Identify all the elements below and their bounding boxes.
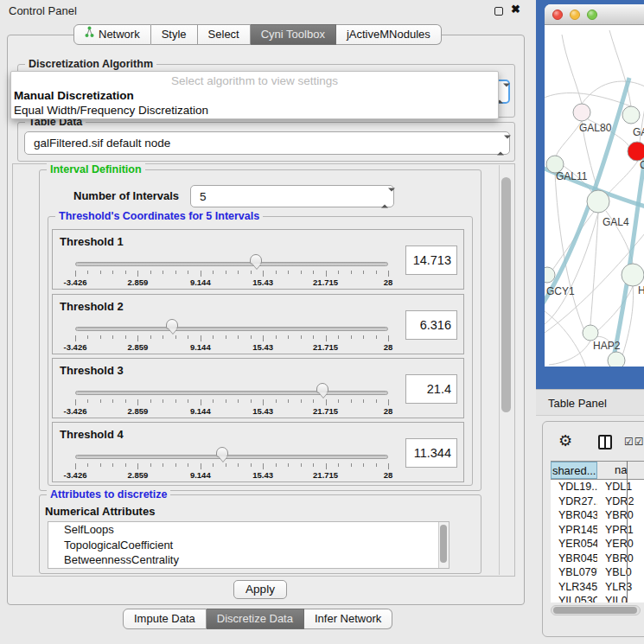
column-header-name[interactable]: na xyxy=(597,462,644,479)
table-cell[interactable]: YDR27... xyxy=(551,494,597,509)
table-row[interactable]: YLR345WYLR3 xyxy=(551,580,644,595)
table-cell[interactable]: YER0 xyxy=(597,537,644,552)
tab-label: Impute Data xyxy=(134,609,195,628)
threshold-value-field[interactable] xyxy=(405,438,457,468)
table-cell[interactable]: YDL1 xyxy=(597,480,644,494)
network-edge[interactable] xyxy=(598,286,633,330)
table-cell[interactable]: YER054C xyxy=(551,537,597,552)
list-item-betweennesscentrality[interactable]: BetweennessCentrality xyxy=(48,552,449,568)
slider-track[interactable] xyxy=(75,262,388,266)
slider-thumb[interactable] xyxy=(216,447,228,457)
table-cell[interactable]: YBL0 xyxy=(597,565,644,580)
split-columns-icon[interactable] xyxy=(598,435,612,450)
column-divider[interactable] xyxy=(627,461,628,603)
network-edge-thick[interactable] xyxy=(611,147,644,367)
table-row[interactable]: YER054CYER0 xyxy=(551,537,644,552)
table-cell[interactable]: YBL079W xyxy=(551,565,597,580)
major-tick xyxy=(326,463,327,469)
network-edge[interactable] xyxy=(609,30,631,106)
apply-button[interactable]: Apply xyxy=(233,580,287,599)
network-node[interactable] xyxy=(573,104,590,121)
network-edge[interactable] xyxy=(608,161,638,195)
slider-thumb[interactable] xyxy=(166,319,178,329)
close-icon[interactable]: ✖ xyxy=(511,3,520,16)
column-header-shared-name[interactable]: shared... xyxy=(551,462,597,479)
table-cell[interactable]: YDL19... xyxy=(551,480,597,494)
menu-item-equal-width-frequency[interactable]: Equal Width/Frequency Discretization xyxy=(14,104,208,117)
tab-impute-data[interactable]: Impute Data xyxy=(123,609,207,629)
network-edge[interactable] xyxy=(556,121,582,156)
table-cell[interactable]: YLR345W xyxy=(551,580,597,595)
number-of-intervals-combobox[interactable]: 5 xyxy=(190,185,394,207)
slider-thumb[interactable] xyxy=(316,383,328,393)
tab-cyni-toolbox[interactable]: Cyni Toolbox xyxy=(251,24,336,45)
slider-thumb[interactable] xyxy=(250,254,262,265)
menu-item-manual-discretization[interactable]: Manual Discretization xyxy=(14,89,134,102)
slider-track[interactable] xyxy=(75,455,388,459)
table-row[interactable]: YBR045CYBR0 xyxy=(551,552,644,566)
tab-jactivemnodules[interactable]: jActiveMNodules xyxy=(336,24,442,45)
list-scrollbar-thumb[interactable] xyxy=(440,525,447,563)
float-window-icon[interactable] xyxy=(494,7,503,16)
table-data-combobox[interactable]: galFiltered.sif default node xyxy=(24,131,510,155)
threshold-value-field[interactable] xyxy=(405,245,457,275)
network-node[interactable] xyxy=(545,267,555,283)
table-cell[interactable]: YPR1 xyxy=(597,523,644,538)
table-cell[interactable]: YLR3 xyxy=(597,580,644,595)
network-graph[interactable]: GAL80GACGAL11GAL4GCY1HHAP2 xyxy=(545,26,644,367)
list-item-topologicalcoefficient[interactable]: TopologicalCoefficient xyxy=(48,538,449,553)
tab-infer-network[interactable]: Infer Network xyxy=(304,609,392,629)
horizontal-scrollbar-thumb[interactable] xyxy=(553,607,637,614)
tick-label: 9.144 xyxy=(190,470,211,480)
node-label: H xyxy=(638,284,644,296)
vertical-scrollbar-thumb[interactable] xyxy=(501,177,511,412)
network-window-titlebar[interactable] xyxy=(545,4,644,25)
tick-label: 15.43 xyxy=(252,406,273,416)
table-cell[interactable]: YIL053C xyxy=(551,594,597,603)
network-edge[interactable] xyxy=(590,213,598,325)
tab-select[interactable]: Select xyxy=(198,24,251,45)
table-row[interactable]: YBL079WYBL0 xyxy=(551,565,644,580)
tab-discretize-data[interactable]: Discretize Data xyxy=(207,609,304,629)
network-node[interactable] xyxy=(628,142,644,161)
network-node[interactable] xyxy=(608,352,625,367)
threshold-value-field[interactable] xyxy=(405,374,457,404)
table-cell[interactable]: YDR2 xyxy=(597,494,644,509)
network-canvas[interactable]: GAL80GACGAL11GAL4GCY1HHAP2 xyxy=(545,26,644,367)
list-item-selfloops[interactable]: SelfLoops xyxy=(48,522,449,538)
table-cell[interactable]: YBR0 xyxy=(597,508,644,523)
network-node[interactable] xyxy=(622,264,644,286)
network-node[interactable] xyxy=(587,190,609,213)
close-light[interactable] xyxy=(552,10,563,20)
minimize-light[interactable] xyxy=(570,10,580,20)
table-cell[interactable]: YBR043C xyxy=(551,508,597,523)
tab-network[interactable]: Network xyxy=(73,24,151,45)
table-row[interactable]: YIL053CYIL0 xyxy=(551,594,644,603)
network-edge[interactable] xyxy=(545,213,598,324)
table-cell[interactable]: YBR045C xyxy=(551,552,597,566)
table-row[interactable]: YDR27...YDR2 xyxy=(551,494,644,509)
slider-track[interactable] xyxy=(75,391,388,395)
table-cell[interactable]: YPR145W xyxy=(551,523,597,538)
network-edge[interactable] xyxy=(545,92,631,106)
table-row[interactable]: YPR145WYPR1 xyxy=(551,523,644,538)
zoom-light[interactable] xyxy=(587,10,597,20)
table-row[interactable]: YDL19...YDL1 xyxy=(551,480,644,494)
slider-track[interactable] xyxy=(75,327,388,331)
tab-style[interactable]: Style xyxy=(151,24,198,45)
network-node[interactable] xyxy=(622,106,640,124)
checkboxes-icon[interactable]: ☑☑ xyxy=(624,436,644,448)
threshold-value-field[interactable] xyxy=(405,310,457,340)
minor-tick xyxy=(376,335,377,339)
table-cell[interactable]: YIL0 xyxy=(597,594,644,603)
numerical-attributes-label: Numerical Attributes xyxy=(45,505,155,518)
network-node[interactable] xyxy=(583,325,598,341)
network-edge[interactable] xyxy=(549,341,590,365)
table-row[interactable]: YBR043CYBR0 xyxy=(551,508,644,523)
numerical-attributes-list[interactable]: SelfLoopsTopologicalCoefficientBetweenne… xyxy=(48,521,450,569)
table-cell[interactable]: YBR0 xyxy=(597,552,644,566)
list-scrollbar[interactable] xyxy=(438,522,449,568)
major-tick xyxy=(137,335,138,341)
gear-icon[interactable]: ⚙ xyxy=(558,431,572,450)
minor-tick xyxy=(87,271,88,274)
